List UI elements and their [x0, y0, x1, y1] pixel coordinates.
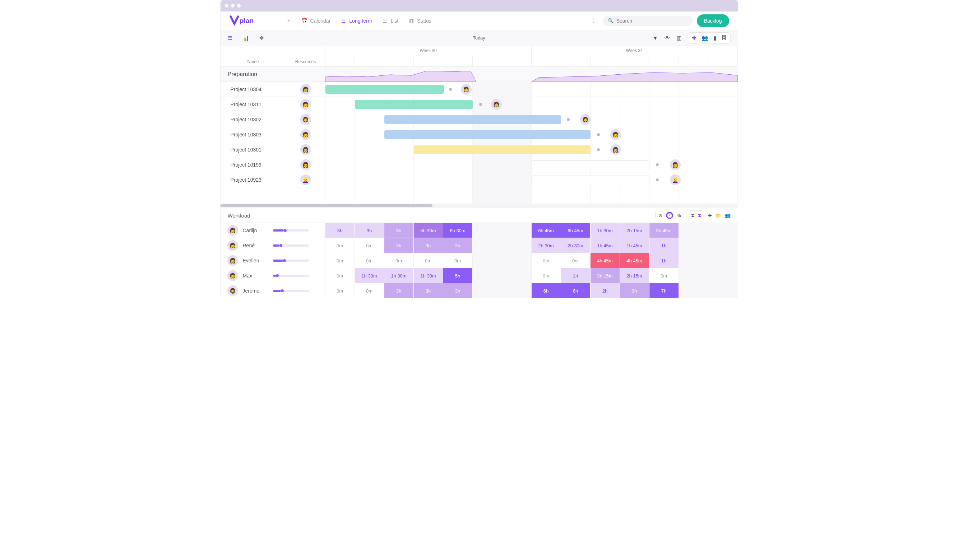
workload-cell[interactable]: 3h: [443, 238, 473, 253]
workload-cell[interactable]: [708, 253, 738, 268]
layers-icon[interactable]: ❖: [259, 35, 264, 41]
today-label[interactable]: Today: [473, 35, 485, 41]
gantt-row[interactable]: 👩: [325, 157, 738, 172]
wl-time-icon[interactable]: 🕐: [666, 212, 673, 219]
workload-cell[interactable]: 1h 30m: [590, 223, 620, 238]
workload-cell[interactable]: 3h: [384, 223, 414, 238]
workload-cell[interactable]: [708, 223, 738, 238]
project-row[interactable]: Project 10311🧑: [220, 97, 325, 112]
chart-view-icon[interactable]: 📊: [243, 35, 249, 41]
backlog-button[interactable]: Backlog: [697, 14, 729, 27]
wl-hourglass-icon[interactable]: ⧗: [691, 212, 694, 218]
workload-cell[interactable]: 4h 45m: [590, 253, 620, 268]
workload-cell[interactable]: 0m: [443, 253, 473, 268]
workload-cell[interactable]: 1h 30m: [384, 268, 414, 283]
gantt-bar[interactable]: [531, 160, 649, 169]
workload-cell[interactable]: 0m: [355, 283, 384, 298]
workload-cell[interactable]: 0m: [531, 268, 561, 283]
gantt-bar[interactable]: [355, 100, 473, 109]
workload-cell[interactable]: 7h: [649, 283, 679, 298]
workload-cell[interactable]: 1h: [649, 253, 679, 268]
gantt-bar[interactable]: [531, 176, 649, 184]
project-row[interactable]: Project 10302🧔: [220, 112, 325, 127]
workload-cell[interactable]: [708, 268, 738, 283]
workload-cell[interactable]: 0m: [649, 268, 679, 283]
project-row[interactable]: Project 10303🧑: [220, 127, 325, 142]
filter-icon[interactable]: ▼: [653, 35, 658, 41]
workload-cell[interactable]: [473, 238, 502, 253]
workload-cell[interactable]: 0m: [325, 238, 355, 253]
workload-cell[interactable]: 1h 45m: [590, 238, 620, 253]
workload-cell[interactable]: [502, 268, 531, 283]
add-button[interactable]: ＋: [282, 16, 295, 26]
search-input[interactable]: [616, 18, 688, 24]
outline-view-icon[interactable]: ☰: [228, 35, 232, 41]
workload-cell[interactable]: 1h 30m: [355, 268, 384, 283]
workload-cell[interactable]: [473, 268, 502, 283]
workload-cell[interactable]: [473, 283, 502, 298]
nav-status[interactable]: ▥Status: [405, 16, 435, 26]
workload-cell[interactable]: 3h: [325, 223, 355, 238]
workload-cell[interactable]: 2h 30m: [531, 238, 561, 253]
project-row[interactable]: Project 10301👩: [220, 142, 325, 157]
wl-hourglass-active-icon[interactable]: ⧗: [698, 212, 701, 218]
workload-cell[interactable]: 3h: [414, 283, 443, 298]
workload-cell[interactable]: 2h: [590, 283, 620, 298]
workload-cell[interactable]: [502, 253, 531, 268]
nav-longterm[interactable]: ☰Long term: [337, 16, 375, 26]
workload-cell[interactable]: 6h: [531, 283, 561, 298]
workload-cell[interactable]: 0m: [355, 253, 384, 268]
workload-cell[interactable]: 3h: [384, 238, 414, 253]
workload-cell[interactable]: 5h: [443, 268, 473, 283]
project-row[interactable]: Project 10199👩: [220, 157, 325, 172]
wl-nodata-icon[interactable]: ⊘: [658, 213, 662, 218]
nav-list[interactable]: ☰List: [378, 16, 402, 26]
workload-cell[interactable]: [708, 238, 738, 253]
workload-cell[interactable]: 6h: [561, 283, 590, 298]
traffic-light-close[interactable]: [225, 4, 228, 8]
nav-calendar[interactable]: 📅Calendar: [298, 16, 335, 26]
eye-icon[interactable]: 👁: [665, 35, 670, 41]
gantt-bar[interactable]: [325, 85, 444, 94]
workload-cell[interactable]: [679, 268, 708, 283]
wl-puzzle-icon[interactable]: ✚: [708, 213, 712, 218]
battery-icon[interactable]: ▮: [714, 35, 716, 41]
archive-icon[interactable]: 🗄: [721, 35, 726, 41]
project-row[interactable]: Project 10923👱‍♀️: [220, 172, 325, 187]
gantt-row[interactable]: 👩: [325, 142, 738, 157]
workload-cell[interactable]: [679, 223, 708, 238]
wl-people-icon[interactable]: 👥: [725, 213, 731, 218]
expand-icon[interactable]: ⛶: [593, 18, 598, 24]
people-icon[interactable]: 👥: [701, 35, 708, 41]
gantt-bar[interactable]: [384, 115, 561, 124]
workload-cell[interactable]: 4h 45m: [620, 253, 649, 268]
workload-cell[interactable]: 2h 15m: [620, 268, 649, 283]
workload-cell[interactable]: [679, 253, 708, 268]
workload-cell[interactable]: 0m: [531, 253, 561, 268]
workload-cell[interactable]: 1h 45m: [620, 238, 649, 253]
workload-cell[interactable]: [708, 283, 738, 298]
workload-cell[interactable]: [473, 223, 502, 238]
workload-cell[interactable]: 0m: [561, 253, 590, 268]
puzzle-icon[interactable]: ✚: [692, 35, 696, 41]
workload-cell[interactable]: 3h: [355, 223, 384, 238]
gantt-row[interactable]: 👩: [325, 82, 738, 97]
traffic-light-maximize[interactable]: [237, 4, 241, 8]
workload-cell[interactable]: 0m: [414, 253, 443, 268]
workload-cell[interactable]: 3h: [414, 238, 443, 253]
workload-cell[interactable]: 0m: [325, 253, 355, 268]
traffic-light-minimize[interactable]: [231, 4, 235, 8]
horizontal-scrollbar[interactable]: [220, 204, 738, 208]
workload-cell[interactable]: 0m: [325, 283, 355, 298]
workload-cell[interactable]: [502, 283, 531, 298]
workload-cell[interactable]: 0m: [384, 253, 414, 268]
gantt-bar[interactable]: [414, 146, 590, 154]
wl-folder-icon[interactable]: 📁: [715, 213, 721, 218]
workload-cell[interactable]: [473, 253, 502, 268]
workload-cell[interactable]: 0m: [355, 238, 384, 253]
workload-cell[interactable]: [502, 238, 531, 253]
workload-cell[interactable]: 0m: [325, 268, 355, 283]
gantt-row[interactable]: 🧑: [325, 97, 738, 112]
workload-cell[interactable]: 6h 45m: [531, 223, 561, 238]
workload-cell[interactable]: 1h 30m: [414, 268, 443, 283]
